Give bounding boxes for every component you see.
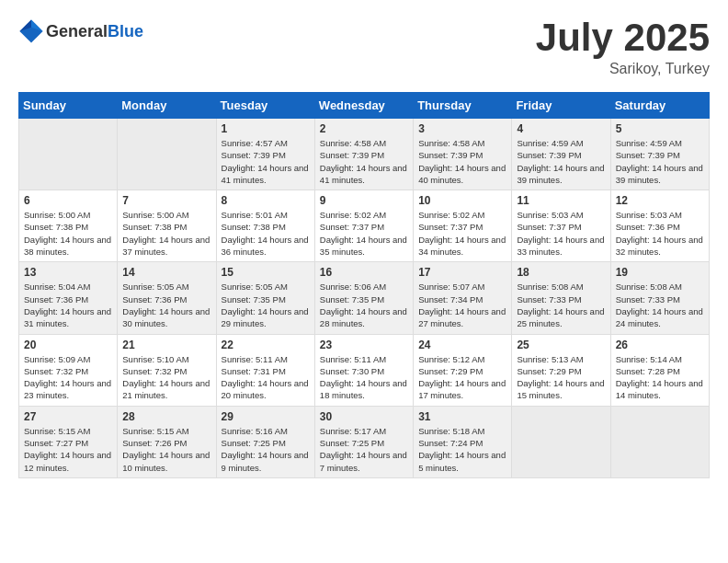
day-number: 3: [418, 122, 506, 135]
day-number: 13: [24, 266, 112, 279]
day-number: 11: [517, 194, 605, 207]
day-number: 15: [222, 266, 310, 279]
day-header: Monday: [118, 93, 216, 119]
day-info: Sunrise: 4:57 AM Sunset: 7:39 PM Dayligh…: [222, 137, 310, 186]
day-number: 6: [24, 194, 112, 207]
calendar-cell: 21Sunrise: 5:10 AM Sunset: 7:32 PM Dayli…: [118, 334, 216, 406]
day-info: Sunrise: 5:14 AM Sunset: 7:28 PM Dayligh…: [616, 353, 704, 402]
calendar-cell: 31Sunrise: 5:18 AM Sunset: 7:24 PM Dayli…: [414, 406, 512, 477]
day-number: 28: [122, 410, 210, 423]
title-block: July 2025 Sarikoy, Turkey: [536, 18, 710, 77]
day-number: 21: [122, 339, 210, 351]
day-number: 31: [418, 410, 506, 423]
day-number: 19: [616, 266, 704, 279]
day-info: Sunrise: 4:58 AM Sunset: 7:39 PM Dayligh…: [418, 137, 506, 186]
day-number: 5: [616, 122, 704, 135]
calendar-cell: 19Sunrise: 5:08 AM Sunset: 7:33 PM Dayli…: [610, 262, 709, 334]
day-info: Sunrise: 5:00 AM Sunset: 7:38 PM Dayligh…: [122, 209, 210, 258]
calendar-cell: 25Sunrise: 5:13 AM Sunset: 7:29 PM Dayli…: [512, 334, 610, 406]
day-number: 12: [616, 194, 704, 207]
calendar-cell: 10Sunrise: 5:02 AM Sunset: 7:37 PM Dayli…: [414, 190, 512, 262]
calendar-cell: 12Sunrise: 5:03 AM Sunset: 7:36 PM Dayli…: [610, 190, 709, 262]
day-info: Sunrise: 5:08 AM Sunset: 7:33 PM Dayligh…: [616, 281, 704, 329]
day-info: Sunrise: 5:11 AM Sunset: 7:30 PM Dayligh…: [320, 353, 408, 402]
logo: GeneralBlue: [18, 18, 143, 44]
calendar-week-row: 27Sunrise: 5:15 AM Sunset: 7:27 PM Dayli…: [19, 406, 710, 477]
day-info: Sunrise: 5:15 AM Sunset: 7:27 PM Dayligh…: [24, 425, 112, 474]
day-header: Tuesday: [216, 93, 314, 119]
calendar-week-row: 6Sunrise: 5:00 AM Sunset: 7:38 PM Daylig…: [19, 190, 710, 262]
day-number: 25: [517, 339, 605, 351]
logo-text-general: General: [46, 22, 108, 40]
logo-text-blue: Blue: [108, 22, 143, 40]
day-info: Sunrise: 5:13 AM Sunset: 7:29 PM Dayligh…: [517, 353, 605, 402]
location-subtitle: Sarikoy, Turkey: [536, 61, 710, 77]
day-info: Sunrise: 4:58 AM Sunset: 7:39 PM Dayligh…: [320, 137, 408, 186]
day-number: 1: [222, 122, 310, 135]
day-number: 24: [418, 339, 506, 351]
day-header: Wednesday: [314, 93, 413, 119]
calendar-table: SundayMondayTuesdayWednesdayThursdayFrid…: [18, 92, 710, 478]
calendar-cell: 8Sunrise: 5:01 AM Sunset: 7:38 PM Daylig…: [216, 190, 314, 262]
day-info: Sunrise: 5:17 AM Sunset: 7:25 PM Dayligh…: [320, 425, 408, 474]
day-info: Sunrise: 4:59 AM Sunset: 7:39 PM Dayligh…: [616, 137, 704, 186]
day-number: 4: [517, 122, 605, 135]
calendar-week-row: 1Sunrise: 4:57 AM Sunset: 7:39 PM Daylig…: [19, 119, 710, 190]
day-header: Saturday: [610, 93, 709, 119]
calendar-cell: 4Sunrise: 4:59 AM Sunset: 7:39 PM Daylig…: [512, 119, 610, 190]
day-number: 26: [616, 339, 704, 351]
day-header: Sunday: [19, 93, 118, 119]
day-info: Sunrise: 5:03 AM Sunset: 7:36 PM Dayligh…: [616, 209, 704, 258]
calendar-cell: 5Sunrise: 4:59 AM Sunset: 7:39 PM Daylig…: [610, 119, 709, 190]
day-info: Sunrise: 5:12 AM Sunset: 7:29 PM Dayligh…: [418, 353, 506, 402]
day-info: Sunrise: 5:09 AM Sunset: 7:32 PM Dayligh…: [24, 353, 112, 402]
day-info: Sunrise: 5:03 AM Sunset: 7:37 PM Dayligh…: [517, 209, 605, 258]
day-number: 17: [418, 266, 506, 279]
calendar-cell: 11Sunrise: 5:03 AM Sunset: 7:37 PM Dayli…: [512, 190, 610, 262]
day-number: 27: [24, 410, 112, 423]
day-info: Sunrise: 5:02 AM Sunset: 7:37 PM Dayligh…: [320, 209, 408, 258]
calendar-cell: 29Sunrise: 5:16 AM Sunset: 7:25 PM Dayli…: [216, 406, 314, 477]
day-number: 18: [517, 266, 605, 279]
day-info: Sunrise: 5:10 AM Sunset: 7:32 PM Dayligh…: [122, 353, 210, 402]
calendar-header-row: SundayMondayTuesdayWednesdayThursdayFrid…: [19, 93, 710, 119]
calendar-week-row: 20Sunrise: 5:09 AM Sunset: 7:32 PM Dayli…: [19, 334, 710, 406]
day-info: Sunrise: 5:07 AM Sunset: 7:34 PM Dayligh…: [418, 281, 506, 329]
day-number: 7: [122, 194, 210, 207]
day-number: 30: [320, 410, 408, 423]
day-info: Sunrise: 5:08 AM Sunset: 7:33 PM Dayligh…: [517, 281, 605, 329]
calendar-cell: [610, 406, 709, 477]
calendar-week-row: 13Sunrise: 5:04 AM Sunset: 7:36 PM Dayli…: [19, 262, 710, 334]
calendar-cell: 24Sunrise: 5:12 AM Sunset: 7:29 PM Dayli…: [414, 334, 512, 406]
day-info: Sunrise: 4:59 AM Sunset: 7:39 PM Dayligh…: [517, 137, 605, 186]
calendar-cell: 28Sunrise: 5:15 AM Sunset: 7:26 PM Dayli…: [118, 406, 216, 477]
day-number: 14: [122, 266, 210, 279]
calendar-cell: 6Sunrise: 5:00 AM Sunset: 7:38 PM Daylig…: [19, 190, 118, 262]
day-info: Sunrise: 5:04 AM Sunset: 7:36 PM Dayligh…: [24, 281, 112, 329]
calendar-cell: [118, 119, 216, 190]
day-number: 23: [320, 339, 408, 351]
month-title: July 2025: [536, 18, 710, 57]
day-number: 29: [222, 410, 310, 423]
calendar-cell: 23Sunrise: 5:11 AM Sunset: 7:30 PM Dayli…: [314, 334, 413, 406]
calendar-cell: 13Sunrise: 5:04 AM Sunset: 7:36 PM Dayli…: [19, 262, 118, 334]
day-info: Sunrise: 5:18 AM Sunset: 7:24 PM Dayligh…: [418, 425, 506, 474]
calendar-cell: 27Sunrise: 5:15 AM Sunset: 7:27 PM Dayli…: [19, 406, 118, 477]
calendar-cell: 14Sunrise: 5:05 AM Sunset: 7:36 PM Dayli…: [118, 262, 216, 334]
calendar-cell: 7Sunrise: 5:00 AM Sunset: 7:38 PM Daylig…: [118, 190, 216, 262]
day-info: Sunrise: 5:05 AM Sunset: 7:35 PM Dayligh…: [222, 281, 310, 329]
calendar-cell: 18Sunrise: 5:08 AM Sunset: 7:33 PM Dayli…: [512, 262, 610, 334]
calendar-cell: 15Sunrise: 5:05 AM Sunset: 7:35 PM Dayli…: [216, 262, 314, 334]
calendar-cell: 20Sunrise: 5:09 AM Sunset: 7:32 PM Dayli…: [19, 334, 118, 406]
calendar-cell: 2Sunrise: 4:58 AM Sunset: 7:39 PM Daylig…: [314, 119, 413, 190]
day-info: Sunrise: 5:15 AM Sunset: 7:26 PM Dayligh…: [122, 425, 210, 474]
day-info: Sunrise: 5:05 AM Sunset: 7:36 PM Dayligh…: [122, 281, 210, 329]
day-number: 16: [320, 266, 408, 279]
day-number: 22: [222, 339, 310, 351]
day-header: Friday: [512, 93, 610, 119]
calendar-cell: 26Sunrise: 5:14 AM Sunset: 7:28 PM Dayli…: [610, 334, 709, 406]
day-header: Thursday: [414, 93, 512, 119]
day-number: 20: [24, 339, 112, 351]
calendar-cell: 30Sunrise: 5:17 AM Sunset: 7:25 PM Dayli…: [314, 406, 413, 477]
calendar-cell: [512, 406, 610, 477]
